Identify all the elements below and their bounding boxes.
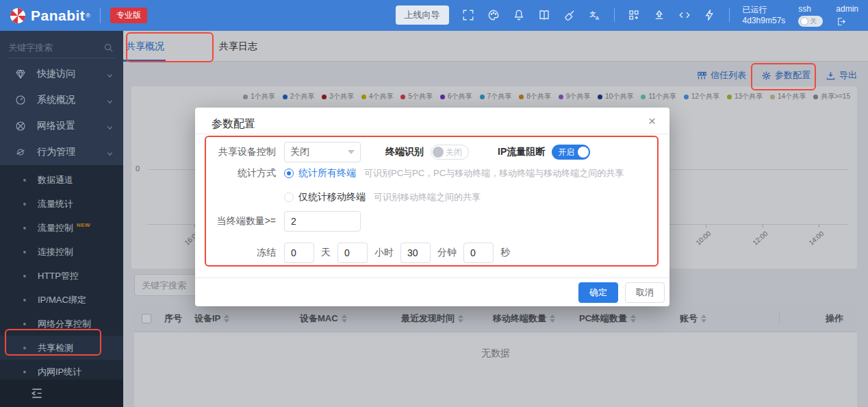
modal-divider bbox=[195, 134, 669, 134]
cancel-button[interactable]: 取消 bbox=[625, 282, 665, 303]
form-row-device-control: 共享设备控制 关闭 终端识别 关闭 IP流量阻断 开启 bbox=[216, 141, 649, 163]
logo-text: Panabit bbox=[31, 8, 85, 24]
radio-mobile-help: 可识别移动终端之间的共享 bbox=[374, 191, 481, 204]
confirm-button[interactable]: 确定 bbox=[578, 282, 618, 303]
uptime-value: 4d3h9m57s bbox=[743, 15, 786, 26]
radio-all-label[interactable]: 统计所有终端 bbox=[298, 167, 356, 180]
radio-mobile-only[interactable] bbox=[284, 193, 294, 202]
ssh-block: ssh 关 bbox=[798, 4, 823, 27]
radio-all-help: 可识别PC与PC，PC与移动终端，移动终端与移动终端之间的共享 bbox=[364, 167, 624, 180]
svg-text:A: A bbox=[595, 15, 599, 21]
app-window: Panabit ® 专业版 上线向导 文A bbox=[0, 0, 868, 407]
header-separator bbox=[614, 8, 615, 22]
stat-mode-label: 统计方式 bbox=[216, 167, 276, 180]
broom-icon[interactable] bbox=[563, 9, 576, 21]
apps-grid-icon[interactable] bbox=[628, 9, 640, 21]
theme-palette-icon[interactable] bbox=[487, 9, 500, 21]
freeze-seconds-input[interactable] bbox=[463, 243, 494, 263]
share-device-control-select[interactable]: 关闭 bbox=[284, 142, 361, 162]
terminal-identify-toggle[interactable]: 关闭 bbox=[431, 145, 469, 160]
edition-badge: 专业版 bbox=[110, 8, 147, 23]
terminal-count-input[interactable] bbox=[284, 211, 361, 232]
freeze-hours-input[interactable] bbox=[337, 243, 368, 263]
form-row-freeze: 冻结 天 小时 分钟 秒 bbox=[216, 242, 649, 264]
fullscreen-icon[interactable] bbox=[462, 9, 474, 21]
wizard-button[interactable]: 上线向导 bbox=[396, 5, 449, 25]
share-device-control-label: 共享设备控制 bbox=[216, 146, 276, 158]
header-separator bbox=[729, 8, 730, 22]
freeze-hours-unit: 小时 bbox=[374, 247, 394, 259]
form-row-stat-mode: 统计方式 统计所有终端 可识别PC与PC，PC与移动终端，移动终端与移动终端之间… bbox=[216, 165, 649, 182]
user-block: admin bbox=[836, 4, 858, 26]
logout-icon[interactable] bbox=[836, 16, 846, 27]
toggle-knob bbox=[433, 147, 444, 158]
translate-icon[interactable]: 文A bbox=[589, 9, 601, 21]
close-icon[interactable]: × bbox=[648, 114, 656, 127]
toggle-knob bbox=[578, 147, 589, 158]
freeze-days-input[interactable] bbox=[284, 243, 314, 263]
pinwheel-logo-icon bbox=[10, 8, 26, 24]
code-icon[interactable] bbox=[678, 9, 691, 21]
upgrade-icon[interactable] bbox=[653, 9, 665, 21]
form-row-terminal-count: 当终端数量>= bbox=[216, 210, 649, 232]
book-icon[interactable] bbox=[538, 9, 550, 21]
param-config-modal: 参数配置 × 共享设备控制 关闭 终端识别 关闭 IP流量阻断 开启 统计方式 … bbox=[195, 108, 669, 306]
terminal-identify-label: 终端识别 bbox=[385, 146, 424, 158]
bolt-icon[interactable] bbox=[704, 9, 716, 21]
modal-footer-divider bbox=[195, 278, 669, 278]
freeze-minutes-input[interactable] bbox=[400, 243, 431, 263]
top-header: Panabit ® 专业版 上线向导 文A bbox=[0, 0, 868, 31]
ssh-toggle[interactable]: 关 bbox=[798, 16, 823, 27]
ip-block-toggle[interactable]: 开启 bbox=[552, 145, 590, 160]
username: admin bbox=[836, 4, 858, 14]
radio-mobile-label[interactable]: 仅统计移动终端 bbox=[298, 191, 366, 204]
uptime-block: 已运行 4d3h9m57s bbox=[743, 4, 786, 26]
svg-text:文: 文 bbox=[589, 11, 596, 18]
ssh-toggle-state: 关 bbox=[810, 17, 817, 25]
terminal-count-label: 当终端数量>= bbox=[216, 215, 276, 227]
ssh-label: ssh bbox=[798, 4, 811, 14]
form-row-stat-mode-mobile: 仅统计移动终端 可识别移动终端之间的共享 bbox=[216, 189, 649, 206]
freeze-label: 冻结 bbox=[216, 247, 276, 259]
freeze-seconds-unit: 秒 bbox=[500, 247, 510, 259]
bell-icon[interactable] bbox=[513, 9, 525, 21]
modal-title: 参数配置 bbox=[212, 117, 255, 132]
toggle-state-label: 关闭 bbox=[446, 147, 462, 158]
select-value: 关闭 bbox=[290, 146, 309, 158]
uptime-label: 已运行 bbox=[743, 4, 786, 15]
header-divider bbox=[100, 8, 101, 23]
freeze-days-unit: 天 bbox=[321, 247, 331, 259]
toggle-state-label: 开启 bbox=[558, 147, 574, 158]
ssh-toggle-knob bbox=[800, 17, 808, 25]
brand-logo[interactable]: Panabit ® bbox=[0, 8, 90, 24]
radio-all-terminals[interactable] bbox=[284, 169, 294, 178]
select-caret-icon bbox=[348, 150, 355, 154]
logo-registered-mark: ® bbox=[86, 12, 90, 19]
ip-block-label: IP流量阻断 bbox=[498, 146, 545, 158]
freeze-minutes-unit: 分钟 bbox=[437, 247, 457, 259]
